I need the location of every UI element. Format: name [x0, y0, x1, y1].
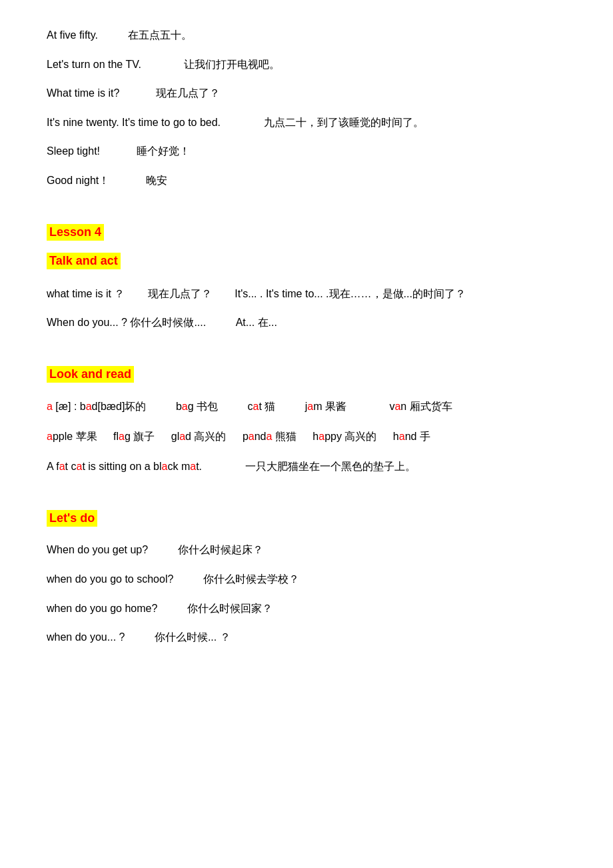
- phonetic-label: a [æ] : bad[bæd]坏的: [47, 401, 149, 412]
- vocab-jam: jam 果酱: [305, 401, 350, 412]
- talk-act-english-1: what time is it ？: [47, 288, 125, 299]
- lets-do-chinese-4: 你什么时候... ？: [155, 631, 231, 643]
- vocab-bag: bag 书包: [176, 401, 221, 412]
- intro-english-5: Sleep tight!: [47, 145, 100, 157]
- vocab-flag: flag 旗子: [113, 431, 158, 442]
- lets-do-chinese-3: 你什么时候回家？: [187, 603, 273, 614]
- intro-chinese-3: 现在几点了？: [156, 87, 220, 99]
- lets-do-line-4: when do you... ? 你什么时候... ？: [47, 629, 566, 646]
- intro-line-4: It's nine twenty. It's time to go to bed…: [47, 114, 566, 131]
- intro-line-5: Sleep tight! 睡个好觉！: [47, 143, 566, 160]
- talk-act-extra-2: At... 在...: [236, 317, 277, 328]
- sentence-english: A fat cat is sitting on a black mat.: [47, 461, 205, 472]
- intro-chinese-2: 让我们打开电视吧。: [184, 59, 280, 70]
- lets-do-chinese-1: 你什么时候起床？: [178, 544, 263, 555]
- lets-do-english-4: when do you... ?: [47, 631, 125, 643]
- intro-english-2: Let's turn on the TV.: [47, 59, 141, 70]
- lets-do-english-2: when do you go to school?: [47, 573, 173, 585]
- talk-act-chinese-1: 现在几点了？: [148, 288, 212, 299]
- intro-section: At five fifty. 在五点五十。 Let's turn on the …: [47, 27, 566, 189]
- intro-line-2: Let's turn on the TV. 让我们打开电视吧。: [47, 56, 566, 73]
- lets-do-chinese-2: 你什么时候去学校？: [203, 573, 299, 585]
- lesson4-section: Lesson 4 Talk and act what time is it ？ …: [47, 224, 566, 331]
- vocab-line-2: apple 苹果 flag 旗子 glad 高兴的 panda 熊猫 happy…: [47, 427, 566, 445]
- vocab-hand: hand 手: [393, 431, 430, 442]
- sentence-chinese: 一只大肥猫坐在一个黑色的垫子上。: [245, 461, 416, 472]
- lets-do-line-1: When do you get up? 你什么时候起床？: [47, 541, 566, 559]
- intro-english-4: It's nine twenty. It's time to go to bed…: [47, 117, 221, 128]
- intro-english-6: Good night！: [47, 175, 109, 186]
- sentence-line: A fat cat is sitting on a black mat. 一只大…: [47, 457, 566, 475]
- lets-do-english-3: when do you go home?: [47, 603, 157, 614]
- lets-do-line-2: when do you go to school? 你什么时候去学校？: [47, 571, 566, 588]
- lets-do-line-3: when do you go home? 你什么时候回家？: [47, 600, 566, 617]
- intro-chinese-1: 在五点五十。: [128, 29, 192, 41]
- lets-do-label: Let's do: [47, 510, 97, 527]
- lets-do-english-1: When do you get up?: [47, 544, 148, 555]
- lesson4-label: Lesson 4: [47, 224, 104, 241]
- talk-act-english-2: When do you... ? 你什么时候做....: [47, 317, 206, 328]
- intro-chinese-4: 九点二十，到了该睡觉的时间了。: [264, 117, 424, 128]
- lets-do-section: Let's do When do you get up? 你什么时候起床？ wh…: [47, 510, 566, 645]
- talk-act-line-1: what time is it ？ 现在几点了？ It's... . It's …: [47, 285, 566, 303]
- vocab-panda: panda 熊猫: [243, 431, 299, 442]
- talk-act-line-2: When do you... ? 你什么时候做.... At... 在...: [47, 314, 566, 331]
- talk-act-extra-1: It's... . It's time to... .现在……，是做...的时间…: [235, 288, 466, 299]
- intro-chinese-5: 睡个好觉！: [137, 145, 190, 157]
- intro-english-1: At five fifty.: [47, 29, 98, 41]
- intro-line-1: At five fifty. 在五点五十。: [47, 27, 566, 44]
- vocab-glad: glad 高兴的: [171, 431, 229, 442]
- vocab-van: van 厢式货车: [389, 401, 452, 412]
- vocab-line-1: a [æ] : bad[bæd]坏的 bag 书包 cat 猫 jam 果酱 v…: [47, 397, 566, 415]
- intro-line-6: Good night！ 晚安: [47, 172, 566, 189]
- intro-chinese-6: 晚安: [146, 175, 167, 186]
- vocab-happy: happy 高兴的: [312, 431, 380, 442]
- intro-line-3: What time is it? 现在几点了？: [47, 85, 566, 102]
- vocab-apple: apple 苹果: [47, 431, 100, 442]
- intro-english-3: What time is it?: [47, 87, 119, 99]
- vocab-cat: cat 猫: [247, 401, 278, 412]
- talk-and-act-label: Talk and act: [47, 253, 121, 269]
- look-and-read-section: Look and read a [æ] : bad[bæd]坏的 bag 书包 …: [47, 366, 566, 476]
- look-and-read-label: Look and read: [47, 366, 134, 383]
